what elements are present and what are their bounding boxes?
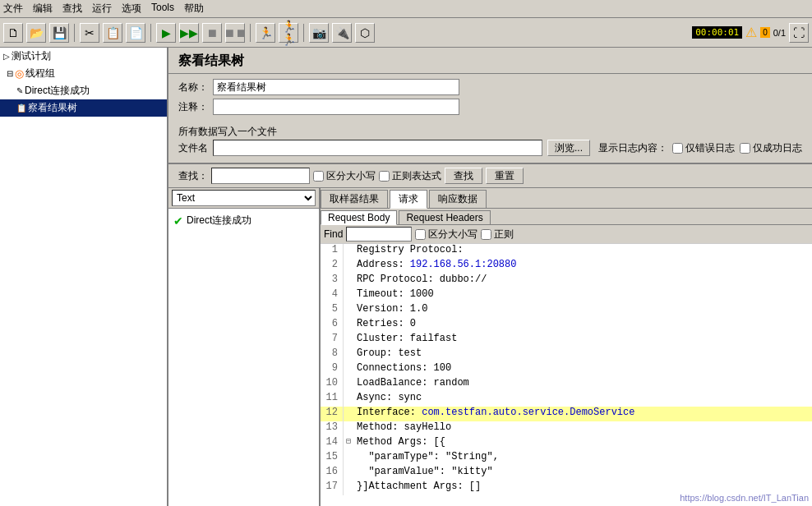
table-row: 15 "paramType": "String", — [321, 451, 812, 466]
code-find-input[interactable] — [346, 227, 412, 242]
menu-edit[interactable]: 编辑 — [33, 2, 53, 16]
line-expand-icon — [344, 333, 353, 347]
all-data-section: 所有数据写入一个文件 文件名 浏览... 显示日志内容： 仅错误日志 仅成功日志 — [168, 123, 812, 163]
line-number: 12 — [321, 407, 344, 421]
menu-find[interactable]: 查找 — [62, 2, 82, 16]
line-expand-icon — [344, 466, 353, 481]
new-button[interactable]: 🗋 — [3, 23, 23, 43]
code-regex-checkbox[interactable] — [481, 229, 491, 240]
table-row: 12Interface: com.testfan.auto.service.De… — [321, 407, 812, 421]
line-expand-icon — [344, 392, 353, 407]
reset-button[interactable]: 重置 — [486, 168, 524, 184]
search-input[interactable] — [211, 168, 310, 184]
watermark: https://blog.csdn.net/IT_LanTian — [680, 493, 809, 503]
menu-tools[interactable]: Tools — [151, 2, 174, 16]
comment-input[interactable] — [213, 99, 459, 115]
line-expand-icon[interactable]: ⊟ — [344, 436, 353, 451]
code-case-checkbox-label[interactable]: 区分大小写 — [415, 228, 478, 242]
line-number: 2 — [321, 259, 344, 274]
tree-item-result-tree[interactable]: 📋 察看结果树 — [0, 99, 167, 117]
line-number: 4 — [321, 288, 344, 303]
tree-item-direct-connect[interactable]: ✎ Direct连接成功 — [0, 82, 167, 99]
copy-button[interactable]: 📋 — [103, 23, 122, 43]
regex-checkbox[interactable] — [379, 171, 390, 182]
expand-icon: ▷ — [3, 52, 10, 61]
tree-panel: ▷ 测试计划 ⊟ ◎ 线程组 ✎ Direct连接成功 📋 察看结果树 — [0, 48, 168, 506]
line-number: 7 — [321, 333, 344, 347]
tab-sampler-results[interactable]: 取样器结果 — [321, 190, 388, 208]
line-content: Connections: 100 — [353, 362, 451, 377]
case-checkbox[interactable] — [313, 171, 324, 182]
menu-options[interactable]: 选项 — [122, 2, 141, 16]
line-expand-icon — [344, 318, 353, 333]
fullscreen-button[interactable]: ⛶ — [789, 23, 809, 43]
log-success-checkbox[interactable] — [740, 143, 750, 154]
result-item-label: Direct连接成功 — [187, 214, 251, 228]
code-find-bar: Find 区分大小写 正则 — [321, 225, 812, 244]
sub-tab-request-headers[interactable]: Request Headers — [399, 210, 490, 224]
results-type-select[interactable]: TextRegExp TesterCSS/JQuery TesterXPath … — [172, 190, 316, 206]
table-row: 9Connections: 100 — [321, 362, 812, 377]
menu-help[interactable]: 帮助 — [184, 2, 204, 16]
code-content: 1Registry Protocol:2Address: 192.168.56.… — [321, 244, 812, 506]
code-area: Find 区分大小写 正则 1Registry Protocol:2Addres… — [321, 225, 812, 506]
table-row: 1Registry Protocol: — [321, 244, 812, 259]
tree-item-test-plan[interactable]: ▷ 测试计划 — [0, 48, 167, 65]
expand-button[interactable]: ⬡ — [355, 23, 375, 43]
stop-button[interactable]: ⏹ — [202, 23, 222, 43]
line-content: Async: sync — [353, 392, 422, 407]
line-number: 1 — [321, 244, 344, 259]
line-expand-icon — [344, 362, 353, 377]
table-row: 13Method: sayHello — [321, 421, 812, 436]
camera-button[interactable]: 📷 — [309, 23, 329, 43]
table-row: 6Retries: 0 — [321, 318, 812, 333]
menu-run[interactable]: 运行 — [92, 2, 112, 16]
line-number: 17 — [321, 481, 344, 495]
tab-response-data[interactable]: 响应数据 — [429, 190, 487, 208]
sub-tab-bar: Request Body Request Headers — [321, 209, 812, 225]
main-layout: ▷ 测试计划 ⊟ ◎ 线程组 ✎ Direct连接成功 📋 察看结果树 察看结果… — [0, 48, 812, 506]
name-label: 名称： — [178, 80, 208, 94]
line-expand-icon — [344, 274, 353, 288]
regex-checkbox-label[interactable]: 正则表达式 — [379, 169, 441, 183]
tree-label: 测试计划 — [12, 49, 51, 63]
line-expand-icon — [344, 421, 353, 436]
file-input[interactable] — [213, 140, 542, 156]
line-content: Method Args: [{ — [353, 436, 445, 451]
tab-request[interactable]: 请求 — [390, 190, 427, 209]
table-row: 14⊟Method Args: [{ — [321, 436, 812, 451]
find-button[interactable]: 查找 — [445, 168, 482, 184]
line-content: }]Attachment Args: [] — [353, 481, 481, 495]
start-button[interactable]: ▶ — [156, 23, 176, 43]
name-input[interactable] — [213, 79, 459, 95]
code-regex-checkbox-label[interactable]: 正则 — [481, 228, 514, 242]
sub-tab-request-body[interactable]: Request Body — [321, 210, 397, 225]
thread-icon: ⊟ — [7, 69, 13, 78]
plugin-button[interactable]: 🔌 — [332, 23, 352, 43]
browse-button[interactable]: 浏览... — [547, 140, 590, 156]
tree-item-thread-group[interactable]: ⊟ ◎ 线程组 — [0, 65, 167, 82]
code-case-checkbox[interactable] — [415, 229, 426, 240]
results-tree: ✔ Direct连接成功 — [168, 209, 319, 506]
list-item[interactable]: ✔ Direct连接成功 — [172, 212, 316, 229]
log-success-checkbox-label[interactable]: 仅成功日志 — [740, 141, 802, 155]
search-label: 查找： — [178, 169, 208, 183]
line-number: 9 — [321, 362, 344, 377]
start-all-button[interactable]: ▶▶ — [179, 23, 199, 43]
log-error-checkbox[interactable] — [672, 143, 683, 154]
case-checkbox-label[interactable]: 区分大小写 — [313, 169, 376, 183]
log-error-checkbox-label[interactable]: 仅错误日志 — [672, 141, 735, 155]
menu-file[interactable]: 文件 — [3, 2, 23, 16]
table-row: 16 "paramValue": "kitty" — [321, 466, 812, 481]
cut-button[interactable]: ✂ — [80, 23, 99, 43]
run-all-button[interactable]: 🏃🏃 — [279, 23, 298, 43]
paste-button[interactable]: 📄 — [126, 23, 145, 43]
line-expand-icon — [344, 347, 353, 362]
open-button[interactable]: 📂 — [26, 23, 46, 43]
save-button[interactable]: 💾 — [49, 23, 69, 43]
run-button[interactable]: 🏃 — [256, 23, 275, 43]
regex-label: 正则表达式 — [392, 169, 441, 183]
table-row: 4Timeout: 1000 — [321, 288, 812, 303]
toolbar-right: 00:00:01 ⚠ 0 0/1 ⛶ — [692, 23, 809, 43]
stop-all-button[interactable]: ⏹⏹ — [225, 23, 245, 43]
